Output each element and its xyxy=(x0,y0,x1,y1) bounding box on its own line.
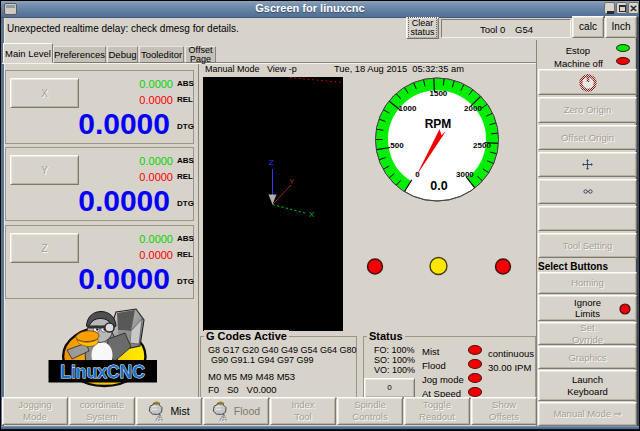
svg-text:Z: Z xyxy=(269,158,274,167)
svg-text:1000: 1000 xyxy=(399,104,417,113)
svg-text:500: 500 xyxy=(390,141,404,150)
svg-text:Y: Y xyxy=(289,177,295,186)
svg-text:1500: 1500 xyxy=(430,89,448,98)
svg-text:2000: 2000 xyxy=(464,104,482,113)
svg-text:3000: 3000 xyxy=(456,170,474,179)
svg-text:0: 0 xyxy=(415,170,420,179)
svg-text:LinuxCNC: LinuxCNC xyxy=(60,362,145,382)
svg-text:2500: 2500 xyxy=(473,141,491,150)
svg-text:0.0: 0.0 xyxy=(430,179,447,193)
svg-text:RPM: RPM xyxy=(425,117,452,131)
svg-text:X: X xyxy=(309,210,315,219)
